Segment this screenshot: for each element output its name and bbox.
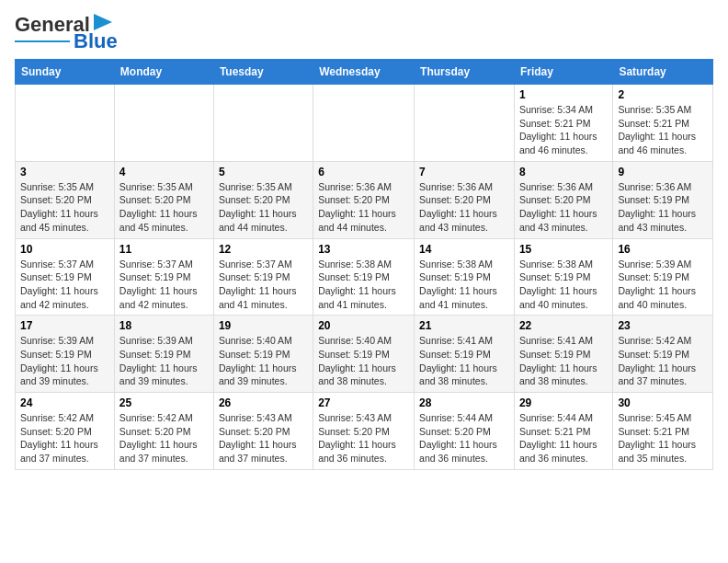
day-number: 28 — [419, 396, 509, 409]
day-info: Sunrise: 5:34 AMSunset: 5:21 PMDaylight:… — [519, 103, 608, 157]
calendar-cell: 4Sunrise: 5:35 AMSunset: 5:20 PMDaylight… — [114, 161, 213, 238]
day-info: Sunrise: 5:41 AMSunset: 5:19 PMDaylight:… — [519, 334, 608, 388]
calendar-cell: 10Sunrise: 5:37 AMSunset: 5:19 PMDayligh… — [16, 238, 115, 316]
day-info: Sunrise: 5:42 AMSunset: 5:20 PMDaylight:… — [20, 411, 109, 465]
calendar-cell: 16Sunrise: 5:39 AMSunset: 5:19 PMDayligh… — [613, 238, 713, 316]
calendar-cell: 3Sunrise: 5:35 AMSunset: 5:20 PMDaylight… — [16, 161, 115, 238]
calendar-cell — [114, 85, 213, 162]
day-info: Sunrise: 5:45 AMSunset: 5:21 PMDaylight:… — [618, 411, 708, 465]
day-info: Sunrise: 5:37 AMSunset: 5:19 PMDaylight:… — [119, 258, 209, 312]
calendar-cell — [16, 85, 115, 162]
day-number: 6 — [318, 166, 409, 178]
calendar-cell: 13Sunrise: 5:38 AMSunset: 5:19 PMDayligh… — [313, 238, 415, 316]
calendar-week-row: 3Sunrise: 5:35 AMSunset: 5:20 PMDaylight… — [16, 161, 713, 238]
day-info: Sunrise: 5:42 AMSunset: 5:20 PMDaylight:… — [119, 411, 209, 465]
calendar-header-thursday: Thursday — [415, 60, 515, 85]
day-number: 16 — [618, 243, 708, 256]
day-number: 1 — [519, 88, 608, 101]
day-info: Sunrise: 5:42 AMSunset: 5:19 PMDaylight:… — [618, 334, 708, 388]
day-info: Sunrise: 5:43 AMSunset: 5:20 PMDaylight:… — [318, 411, 409, 465]
calendar-header-sunday: Sunday — [16, 60, 115, 85]
calendar-cell: 21Sunrise: 5:41 AMSunset: 5:19 PMDayligh… — [415, 316, 515, 393]
calendar-cell: 18Sunrise: 5:39 AMSunset: 5:19 PMDayligh… — [114, 316, 213, 393]
day-info: Sunrise: 5:36 AMSunset: 5:20 PMDaylight:… — [519, 180, 608, 235]
day-info: Sunrise: 5:37 AMSunset: 5:19 PMDaylight:… — [20, 258, 109, 312]
day-info: Sunrise: 5:35 AMSunset: 5:20 PMDaylight:… — [219, 180, 308, 235]
calendar-cell: 30Sunrise: 5:45 AMSunset: 5:21 PMDayligh… — [613, 393, 713, 470]
logo-blue: Blue — [74, 31, 118, 52]
day-info: Sunrise: 5:39 AMSunset: 5:19 PMDaylight:… — [618, 258, 708, 312]
day-number: 7 — [419, 166, 509, 178]
svg-marker-0 — [94, 14, 112, 30]
day-number: 13 — [318, 243, 409, 256]
calendar-cell: 9Sunrise: 5:36 AMSunset: 5:19 PMDaylight… — [613, 161, 713, 238]
calendar-cell: 8Sunrise: 5:36 AMSunset: 5:20 PMDaylight… — [514, 161, 612, 238]
day-number: 22 — [519, 319, 608, 332]
calendar-week-row: 24Sunrise: 5:42 AMSunset: 5:20 PMDayligh… — [16, 393, 713, 470]
calendar-cell: 23Sunrise: 5:42 AMSunset: 5:19 PMDayligh… — [613, 316, 713, 393]
day-number: 9 — [618, 166, 708, 178]
calendar-week-row: 17Sunrise: 5:39 AMSunset: 5:19 PMDayligh… — [16, 316, 713, 393]
day-info: Sunrise: 5:38 AMSunset: 5:19 PMDaylight:… — [519, 258, 608, 312]
day-number: 12 — [219, 243, 308, 256]
day-info: Sunrise: 5:38 AMSunset: 5:19 PMDaylight:… — [419, 258, 509, 312]
day-number: 10 — [20, 243, 109, 256]
day-info: Sunrise: 5:41 AMSunset: 5:19 PMDaylight:… — [419, 334, 509, 388]
day-number: 4 — [119, 166, 209, 178]
calendar-cell: 20Sunrise: 5:40 AMSunset: 5:19 PMDayligh… — [313, 316, 415, 393]
calendar-cell: 17Sunrise: 5:39 AMSunset: 5:19 PMDayligh… — [16, 316, 115, 393]
day-number: 5 — [219, 166, 308, 178]
day-info: Sunrise: 5:40 AMSunset: 5:19 PMDaylight:… — [219, 334, 308, 388]
day-number: 15 — [519, 243, 608, 256]
day-info: Sunrise: 5:43 AMSunset: 5:20 PMDaylight:… — [219, 411, 308, 465]
day-number: 23 — [618, 319, 708, 332]
calendar-cell: 26Sunrise: 5:43 AMSunset: 5:20 PMDayligh… — [213, 393, 313, 470]
calendar-cell: 29Sunrise: 5:44 AMSunset: 5:21 PMDayligh… — [514, 393, 612, 470]
day-info: Sunrise: 5:36 AMSunset: 5:19 PMDaylight:… — [618, 180, 708, 235]
day-info: Sunrise: 5:40 AMSunset: 5:19 PMDaylight:… — [318, 334, 409, 388]
calendar-cell: 11Sunrise: 5:37 AMSunset: 5:19 PMDayligh… — [114, 238, 213, 316]
day-number: 3 — [20, 166, 109, 178]
day-number: 17 — [20, 319, 109, 332]
calendar-cell: 14Sunrise: 5:38 AMSunset: 5:19 PMDayligh… — [415, 238, 515, 316]
calendar-table: SundayMondayTuesdayWednesdayThursdayFrid… — [15, 59, 713, 470]
calendar-header-wednesday: Wednesday — [313, 60, 415, 85]
day-info: Sunrise: 5:39 AMSunset: 5:19 PMDaylight:… — [119, 334, 209, 388]
day-info: Sunrise: 5:36 AMSunset: 5:20 PMDaylight:… — [419, 180, 509, 235]
calendar-header-row: SundayMondayTuesdayWednesdayThursdayFrid… — [16, 60, 713, 85]
day-info: Sunrise: 5:35 AMSunset: 5:20 PMDaylight:… — [20, 180, 109, 235]
day-info: Sunrise: 5:35 AMSunset: 5:20 PMDaylight:… — [119, 180, 209, 235]
day-number: 18 — [119, 319, 209, 332]
day-number: 24 — [20, 396, 109, 409]
day-number: 26 — [219, 396, 308, 409]
day-number: 27 — [318, 396, 409, 409]
calendar-cell: 27Sunrise: 5:43 AMSunset: 5:20 PMDayligh… — [313, 393, 415, 470]
day-info: Sunrise: 5:38 AMSunset: 5:19 PMDaylight:… — [318, 258, 409, 312]
day-number: 19 — [219, 319, 308, 332]
day-number: 14 — [419, 243, 509, 256]
calendar-cell: 24Sunrise: 5:42 AMSunset: 5:20 PMDayligh… — [16, 393, 115, 470]
calendar-week-row: 1Sunrise: 5:34 AMSunset: 5:21 PMDaylight… — [16, 85, 713, 162]
logo-arrow-icon — [94, 14, 112, 30]
day-info: Sunrise: 5:35 AMSunset: 5:21 PMDaylight:… — [618, 103, 708, 157]
calendar-cell — [415, 85, 515, 162]
calendar-cell — [213, 85, 313, 162]
calendar-header-friday: Friday — [514, 60, 612, 85]
day-number: 29 — [519, 396, 608, 409]
calendar-cell: 28Sunrise: 5:44 AMSunset: 5:20 PMDayligh… — [415, 393, 515, 470]
day-number: 2 — [618, 88, 708, 101]
calendar-cell: 25Sunrise: 5:42 AMSunset: 5:20 PMDayligh… — [114, 393, 213, 470]
calendar-cell: 19Sunrise: 5:40 AMSunset: 5:19 PMDayligh… — [213, 316, 313, 393]
day-info: Sunrise: 5:39 AMSunset: 5:19 PMDaylight:… — [20, 334, 109, 388]
day-number: 20 — [318, 319, 409, 332]
calendar-week-row: 10Sunrise: 5:37 AMSunset: 5:19 PMDayligh… — [16, 238, 713, 316]
calendar-cell: 15Sunrise: 5:38 AMSunset: 5:19 PMDayligh… — [514, 238, 612, 316]
calendar-header-monday: Monday — [114, 60, 213, 85]
calendar-cell: 6Sunrise: 5:36 AMSunset: 5:20 PMDaylight… — [313, 161, 415, 238]
calendar-cell: 5Sunrise: 5:35 AMSunset: 5:20 PMDaylight… — [213, 161, 313, 238]
calendar-cell: 1Sunrise: 5:34 AMSunset: 5:21 PMDaylight… — [514, 85, 612, 162]
day-info: Sunrise: 5:37 AMSunset: 5:19 PMDaylight:… — [219, 258, 308, 312]
day-info: Sunrise: 5:44 AMSunset: 5:21 PMDaylight:… — [519, 411, 608, 465]
calendar-cell — [313, 85, 415, 162]
day-number: 11 — [119, 243, 209, 256]
